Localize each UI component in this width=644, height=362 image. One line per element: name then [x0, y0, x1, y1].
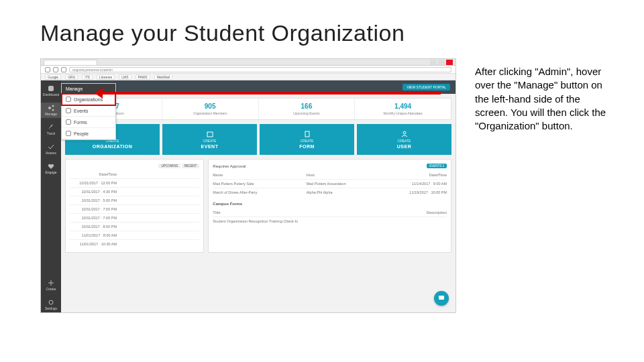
- org-icon: [66, 97, 71, 102]
- col-header: Date/Time: [70, 172, 117, 176]
- flyout-events[interactable]: Events: [62, 105, 115, 117]
- rail-dashboard[interactable]: Dashboard: [41, 83, 61, 99]
- col-header: Host: [307, 173, 400, 177]
- flyout-label: Forms: [74, 120, 87, 125]
- maximize-icon[interactable]: [438, 60, 445, 65]
- rail-track[interactable]: Track: [41, 122, 61, 137]
- reload-icon[interactable]: [61, 67, 66, 72]
- bookmark-link[interactable]: WebMail: [154, 74, 172, 80]
- gauge-icon: [48, 85, 54, 92]
- stat-number: 1,494: [356, 103, 449, 110]
- create-form-tile[interactable]: CREATEFORM: [260, 124, 354, 155]
- rail-label: Manage: [45, 112, 57, 116]
- people-icon: [66, 131, 71, 136]
- table-row[interactable]: Student Organization Recognition Trainin…: [213, 217, 447, 225]
- back-icon[interactable]: [45, 67, 50, 72]
- list-item[interactable]: 10/31/2017 · 7:00 PM: [70, 204, 199, 213]
- tile-pretitle: CREATE: [301, 139, 314, 143]
- create-event-tile[interactable]: CREATEEVENT: [162, 124, 257, 155]
- stat-card: 905Organization Members: [162, 99, 259, 119]
- svg-point-4: [49, 300, 53, 304]
- list-item[interactable]: 10/31/2017 · 5:00 PM: [70, 196, 199, 204]
- form-icon: [304, 131, 311, 137]
- tile-title: EVENT: [201, 144, 219, 149]
- stat-card: 166Upcoming Events: [259, 99, 356, 119]
- stat-number: 905: [164, 103, 257, 110]
- svg-point-3: [52, 109, 54, 111]
- check-icon: [48, 143, 54, 150]
- bookmarks-bar: Google GRU ITS Libraries LMS PAWS WebMai…: [41, 74, 455, 80]
- flyout-label: Events: [74, 109, 88, 113]
- browser-tab[interactable]: [44, 60, 97, 65]
- events-badge: EVENTS 2: [427, 164, 447, 168]
- slide-title: Manage your Student Organization: [40, 20, 610, 46]
- tile-pretitle: CREATE: [398, 139, 411, 143]
- gear-icon: [48, 299, 54, 306]
- tile-title: USER: [397, 144, 411, 149]
- rail-create[interactable]: Create: [41, 278, 61, 293]
- tile-title: ORGANIZATION: [93, 144, 133, 149]
- recent-tag[interactable]: RECENT: [182, 164, 200, 168]
- bookmark-link[interactable]: Libraries: [97, 74, 115, 80]
- stat-card: 1,494Monthly Unique Attendees: [355, 99, 451, 119]
- plus-icon: [48, 280, 54, 286]
- rail-manage[interactable]: Manage: [41, 103, 61, 118]
- bookmark-link[interactable]: PAWS: [136, 74, 150, 80]
- table-row[interactable]: March of Dimes After-PartyAlpha Phi Alph…: [213, 188, 447, 196]
- list-item[interactable]: 11/01/2017 · 8:00 AM: [70, 231, 199, 239]
- tile-title: FORM: [299, 144, 315, 149]
- stats-bar: 167Organizations 905Organization Members…: [65, 98, 451, 120]
- url-bar[interactable]: augusta.presence.io/admin: [69, 67, 451, 72]
- heart-icon: [48, 163, 54, 170]
- bookmark-link[interactable]: LMS: [119, 74, 131, 80]
- events-panel: UPCOMING RECENT Date/Time 10/31/2017 · 1…: [65, 159, 204, 253]
- upcoming-tag[interactable]: UPCOMING: [158, 164, 180, 168]
- user-icon: [401, 131, 408, 137]
- browser-tabstrip: [41, 59, 455, 66]
- form-icon: [66, 119, 71, 125]
- list-item[interactable]: 10/31/2017 · 7:00 PM: [70, 213, 199, 222]
- close-icon[interactable]: [446, 60, 453, 65]
- svg-point-10: [403, 131, 406, 134]
- section-title: Campus Forms: [213, 202, 447, 206]
- svg-rect-8: [207, 132, 213, 137]
- approval-panel: Requires ApprovalEVENTS 2 NameHostDate/T…: [208, 159, 451, 253]
- flyout-people[interactable]: People: [62, 128, 115, 139]
- rail-assess[interactable]: Assess: [41, 141, 61, 157]
- svg-rect-0: [48, 86, 54, 91]
- stat-label: Upcoming Events: [260, 111, 354, 115]
- svg-point-2: [52, 105, 54, 107]
- minimize-icon[interactable]: [430, 60, 437, 65]
- stat-label: Organization Members: [164, 111, 257, 115]
- bookmark-link[interactable]: Google: [45, 74, 61, 80]
- stat-label: Monthly Unique Attendees: [356, 111, 449, 115]
- list-item[interactable]: 10/31/2017 · 4:30 PM: [70, 187, 199, 196]
- slide-caption: After clicking "Admin", hover over the "…: [475, 58, 610, 133]
- rail-label: Track: [47, 131, 55, 135]
- bookmark-link[interactable]: ITS: [82, 74, 93, 80]
- panel-title: Requires Approval: [213, 164, 246, 168]
- list-item[interactable]: 11/01/2017 · 10:30 AM: [70, 239, 199, 248]
- calendar-icon: [66, 108, 71, 113]
- browser-toolbar: augusta.presence.io/admin: [41, 66, 455, 74]
- col-header: Title: [213, 210, 400, 215]
- table-row[interactable]: Mad Potters Pottery SaleMad Potters Asso…: [213, 179, 447, 188]
- rail-label: Create: [46, 287, 56, 291]
- rail-engage[interactable]: Engage: [41, 161, 61, 176]
- stat-number: 166: [260, 103, 354, 110]
- share-icon: [48, 105, 54, 111]
- list-item[interactable]: 10/31/2017 · 12:00 PM: [70, 178, 199, 187]
- list-item[interactable]: 10/31/2017 · 8:00 PM: [70, 222, 199, 231]
- main-content: sity VIEW STUDENT PORTAL 167Organization…: [61, 80, 455, 312]
- tile-pretitle: CREATE: [203, 139, 217, 143]
- forward-icon[interactable]: [53, 67, 58, 72]
- rail-settings[interactable]: Settings: [41, 297, 61, 312]
- flyout-forms[interactable]: Forms: [62, 117, 115, 128]
- create-user-tile[interactable]: CREATEUSER: [357, 124, 451, 155]
- rail-label: Settings: [45, 306, 57, 310]
- bookmark-link[interactable]: GRU: [65, 74, 78, 80]
- chat-fab[interactable]: [434, 291, 449, 306]
- rail-label: Engage: [45, 170, 56, 174]
- svg-rect-9: [305, 131, 309, 137]
- callout-arrow: [99, 90, 441, 97]
